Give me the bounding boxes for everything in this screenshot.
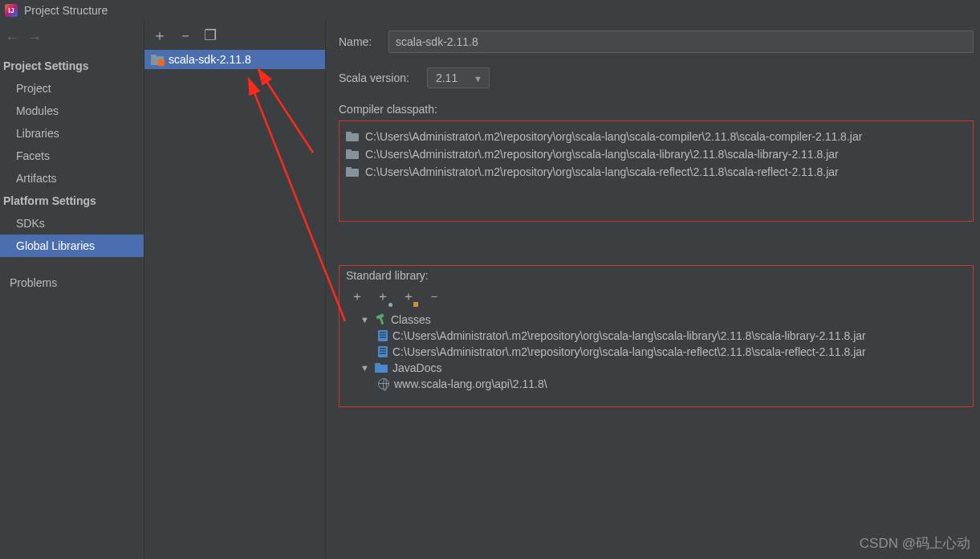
titlebar: IJ Project Structure xyxy=(0,0,980,21)
classes-jar-entry[interactable]: C:\Users\Administrator\.m2\repository\or… xyxy=(346,344,966,360)
add-new-icon[interactable]: ＋ xyxy=(376,288,389,305)
javadocs-folder-icon xyxy=(375,363,388,373)
sidebar-item-problems[interactable]: Problems xyxy=(0,271,144,294)
classpath-text: C:\Users\Administrator\.m2\repository\or… xyxy=(365,148,839,161)
classes-jar-text: C:\Users\Administrator\.m2\repository\or… xyxy=(392,329,866,342)
classpath-entry[interactable]: C:\Users\Administrator\.m2\repository\or… xyxy=(346,163,966,181)
classpath-entry[interactable]: C:\Users\Administrator\.m2\repository\or… xyxy=(346,145,966,163)
sidebar-item-libraries[interactable]: Libraries xyxy=(0,122,144,145)
classes-node[interactable]: ▼ Classes xyxy=(346,312,966,328)
standard-library-label: Standard library: xyxy=(346,269,966,282)
watermark-text: CSDN @码上心动 xyxy=(860,534,970,553)
compiler-classpath-box: C:\Users\Administrator\.m2\repository\or… xyxy=(339,120,974,222)
javadocs-url-entry[interactable]: www.scala-lang.org\api\2.11.8\ xyxy=(346,376,966,392)
compiler-classpath-label: Compiler classpath: xyxy=(339,103,974,116)
name-label: Name: xyxy=(339,35,388,48)
javadocs-label: JavaDocs xyxy=(392,361,441,374)
scala-sdk-folder-icon xyxy=(151,55,164,65)
expand-triangle-icon: ▼ xyxy=(360,363,370,373)
sidebar-item-facets[interactable]: Facets xyxy=(0,145,144,167)
classes-jar-entry[interactable]: C:\Users\Administrator\.m2\repository\or… xyxy=(346,328,966,344)
folder-icon xyxy=(346,132,359,141)
globe-icon xyxy=(378,378,389,390)
library-name-input[interactable] xyxy=(388,31,974,53)
library-list-panel: ＋ － ❐ scala-sdk-2.11.8 xyxy=(144,21,326,559)
classes-label: Classes xyxy=(391,313,431,326)
sidebar-item-modules[interactable]: Modules xyxy=(0,100,144,122)
sidebar-item-global-libraries[interactable]: Global Libraries xyxy=(0,235,144,257)
sidebar-item-artifacts[interactable]: Artifacts xyxy=(0,167,144,190)
classes-hammer-icon xyxy=(375,314,386,325)
project-settings-heading: Project Settings xyxy=(0,55,144,77)
nav-back-icon[interactable]: ← xyxy=(5,31,19,45)
sidebar-item-sdks[interactable]: SDKs xyxy=(0,212,144,235)
chevron-down-icon: ▼ xyxy=(474,74,482,84)
copy-library-icon[interactable]: ❐ xyxy=(204,28,217,43)
settings-sidebar: ← → Project Settings Project Modules Lib… xyxy=(0,21,144,559)
javadocs-node[interactable]: ▼ JavaDocs xyxy=(346,360,966,376)
add-library-icon[interactable]: ＋ xyxy=(152,28,167,43)
classpath-text: C:\Users\Administrator\.m2\repository\or… xyxy=(365,165,839,178)
javadocs-url-text: www.scala-lang.org\api\2.11.8\ xyxy=(394,377,547,390)
add-special-icon[interactable]: ＋ xyxy=(402,288,415,305)
remove-library-icon[interactable]: － xyxy=(178,28,193,43)
nav-forward-icon[interactable]: → xyxy=(27,31,42,45)
classpath-entry[interactable]: C:\Users\Administrator\.m2\repository\or… xyxy=(346,128,966,145)
scala-version-select[interactable]: 2.11 ▼ xyxy=(427,67,490,88)
folder-icon xyxy=(346,149,359,159)
scala-version-label: Scala version: xyxy=(339,71,409,84)
window-title: Project Structure xyxy=(24,4,108,17)
library-detail-panel: Name: Scala version: 2.11 ▼ Compiler cla… xyxy=(326,21,980,559)
scala-version-value: 2.11 xyxy=(436,71,457,84)
standard-library-toolbar: ＋ ＋ ＋ － xyxy=(346,284,966,312)
standard-library-box: Standard library: ＋ ＋ ＋ － ▼ Classes C:\U… xyxy=(339,265,974,407)
remove-root-icon[interactable]: － xyxy=(428,288,441,305)
sidebar-item-project[interactable]: Project xyxy=(0,77,144,100)
jar-icon xyxy=(378,330,388,341)
folder-icon xyxy=(346,167,359,177)
expand-triangle-icon: ▼ xyxy=(360,315,370,324)
add-root-icon[interactable]: ＋ xyxy=(351,288,364,305)
classes-jar-text: C:\Users\Administrator\.m2\repository\or… xyxy=(392,345,866,358)
platform-settings-heading: Platform Settings xyxy=(0,190,144,212)
library-item-scala-sdk[interactable]: scala-sdk-2.11.8 xyxy=(144,50,325,69)
jar-icon xyxy=(378,346,388,357)
library-list-toolbar: ＋ － ❐ xyxy=(144,21,325,50)
library-item-label: scala-sdk-2.11.8 xyxy=(169,53,251,66)
app-icon: IJ xyxy=(5,4,18,17)
classpath-text: C:\Users\Administrator\.m2\repository\or… xyxy=(365,130,862,143)
